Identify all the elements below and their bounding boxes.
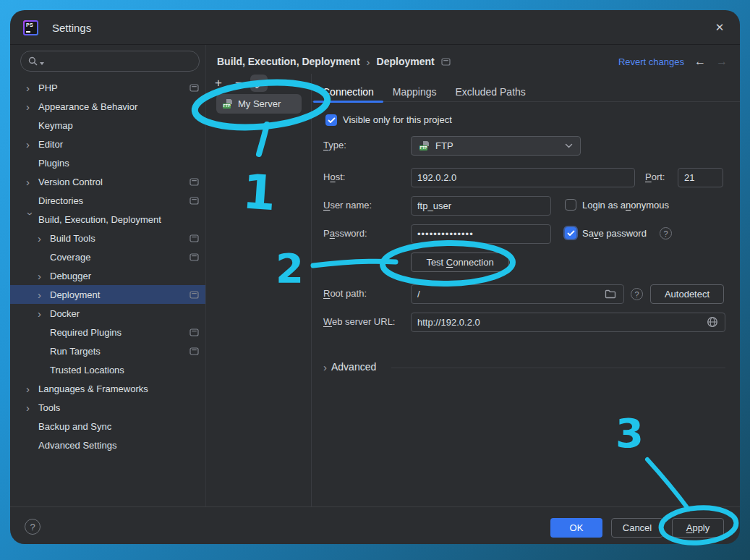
advanced-label: Advanced <box>331 361 376 373</box>
tab-excluded-paths[interactable]: Excluded Paths <box>446 82 535 102</box>
sidebar-item-coverage[interactable]: › Coverage <box>10 247 205 266</box>
user-name-input[interactable] <box>411 196 551 216</box>
chevron-icon: › <box>38 233 50 244</box>
tab-connection[interactable]: Connection <box>313 82 383 102</box>
svg-text:FTP: FTP <box>419 145 427 150</box>
save-password-label[interactable]: Save password <box>582 227 647 240</box>
test-connection-button[interactable]: Test Connection <box>411 253 509 272</box>
chevron-right-icon: › <box>323 362 327 373</box>
back-arrow-icon[interactable]: ← <box>694 55 706 68</box>
sidebar-item-directories[interactable]: › Directories <box>10 191 205 210</box>
sidebar-item-build-execution-deployment[interactable]: › Build, Execution, Deployment <box>10 210 205 229</box>
chevron-icon: › <box>26 402 38 413</box>
save-password-checkbox[interactable] <box>565 227 576 239</box>
close-icon[interactable]: ✕ <box>712 20 727 35</box>
sidebar-item-keymap[interactable]: › Keymap <box>10 116 205 135</box>
chevron-icon: › <box>26 177 38 187</box>
autodetect-button[interactable]: Autodetect <box>650 284 724 304</box>
remove-server-button[interactable]: − <box>230 75 247 92</box>
sidebar-item-label: Editor <box>38 139 63 150</box>
sidebar-item-required-plugins[interactable]: › Required Plugins <box>10 323 205 341</box>
password-input[interactable] <box>411 224 551 244</box>
sidebar-item-debugger[interactable]: › Debugger <box>10 266 205 285</box>
sidebar-item-backup-and-sync[interactable]: › Backup and Sync <box>10 417 205 436</box>
root-path-input[interactable] <box>411 284 624 304</box>
chevron-icon: › <box>38 289 50 300</box>
search-icon <box>28 56 38 66</box>
login-anonymous-label[interactable]: Login as anonymous <box>582 199 669 212</box>
type-value: FTP <box>435 140 453 151</box>
folder-icon[interactable] <box>605 289 616 299</box>
sidebar-item-advanced-settings[interactable]: › Advanced Settings <box>10 436 205 454</box>
host-input[interactable] <box>411 168 635 187</box>
sidebar-item-label: Plugins <box>38 158 69 169</box>
chevron-icon: › <box>26 139 38 150</box>
add-server-button[interactable]: + <box>210 75 227 92</box>
sidebar-item-label: Build Tools <box>50 233 95 244</box>
sidebar-item-label: Coverage <box>50 252 90 263</box>
sidebar-item-plugins[interactable]: › Plugins <box>10 153 205 172</box>
sidebar-item-label: Appearance & Behavior <box>38 101 137 112</box>
sidebar-item-label: Tools <box>38 402 60 413</box>
tab-label: Connection <box>323 86 374 98</box>
header-actions: Revert changes ← → <box>618 52 728 71</box>
save-password-help-icon[interactable]: ? <box>660 227 672 239</box>
breadcrumb-parent[interactable]: Build, Execution, Deployment <box>217 56 360 67</box>
port-input[interactable] <box>678 168 723 187</box>
pencil-icon <box>254 78 264 88</box>
sidebar-item-languages-frameworks[interactable]: › Languages & Frameworks <box>10 379 205 398</box>
globe-icon[interactable] <box>707 316 718 328</box>
advanced-section-toggle[interactable]: › Advanced <box>323 361 376 373</box>
sidebar-item-label: PHP <box>38 82 58 93</box>
type-select[interactable]: FTP FTP <box>411 136 581 156</box>
chevron-icon: › <box>25 212 36 224</box>
sidebar-item-tools[interactable]: › Tools <box>10 398 205 417</box>
search-input[interactable] <box>20 51 200 72</box>
web-server-url-input[interactable] <box>411 313 725 332</box>
sidebar-item-appearance-behavior[interactable]: › Appearance & Behavior <box>10 97 205 116</box>
tab-label: Excluded Paths <box>456 86 526 98</box>
login-anonymous-checkbox[interactable] <box>565 199 576 211</box>
port-label: Port: <box>645 171 665 184</box>
visible-only-checkbox[interactable] <box>325 114 337 126</box>
sidebar-item-version-control[interactable]: › Version Control <box>10 172 205 191</box>
sidebar-item-trusted-locations[interactable]: › Trusted Locations <box>10 360 205 379</box>
edit-server-button[interactable] <box>250 75 268 92</box>
revert-changes-link[interactable]: Revert changes <box>618 56 684 67</box>
apply-button[interactable]: Apply <box>672 518 724 538</box>
cancel-button[interactable]: Cancel <box>611 518 663 538</box>
visible-only-label[interactable]: Visible only for this project <box>343 114 452 127</box>
sidebar-item-build-tools[interactable]: › Build Tools <box>10 229 205 247</box>
panel-divider <box>311 74 312 506</box>
user-name-label: User name: <box>323 199 372 212</box>
breadcrumb-current: Deployment <box>377 56 435 67</box>
sidebar-item-deployment[interactable]: › Deployment <box>10 285 205 304</box>
sidebar-item-label: Advanced Settings <box>38 440 116 451</box>
sidebar-item-docker[interactable]: › Docker <box>10 304 205 323</box>
per-project-icon <box>189 328 199 336</box>
root-path-help-icon[interactable]: ? <box>631 288 643 300</box>
forward-arrow-icon: → <box>716 55 728 68</box>
per-project-icon <box>189 253 199 261</box>
sidebar-item-label: Directories <box>38 195 83 206</box>
sidebar-item-editor[interactable]: › Editor <box>10 135 205 153</box>
sidebar-item-label: Backup and Sync <box>38 421 111 432</box>
breadcrumb-separator: › <box>367 56 370 68</box>
help-button[interactable]: ? <box>25 519 41 535</box>
host-label: Host: <box>323 171 345 184</box>
sidebar-item-label: Languages & Frameworks <box>38 383 148 394</box>
per-project-icon <box>189 291 199 299</box>
sidebar-item-php[interactable]: › PHP <box>10 78 205 97</box>
sidebar-item-run-targets[interactable]: › Run Targets <box>10 341 205 360</box>
ftp-type-icon: FTP <box>419 140 430 151</box>
tab-label: Mappings <box>393 86 437 98</box>
svg-text:FTP: FTP <box>223 103 231 108</box>
title-bar: PS Settings ✕ <box>10 10 740 45</box>
tab-bar: Connection Mappings Excluded Paths <box>313 82 535 102</box>
search-history-caret-icon[interactable] <box>40 62 44 65</box>
checkmark-icon <box>567 230 575 237</box>
ok-button[interactable]: OK <box>550 518 602 538</box>
server-list-item-my-server[interactable]: FTP My Server <box>216 94 302 114</box>
ftp-server-icon: FTP <box>222 98 234 109</box>
tab-mappings[interactable]: Mappings <box>383 82 446 102</box>
